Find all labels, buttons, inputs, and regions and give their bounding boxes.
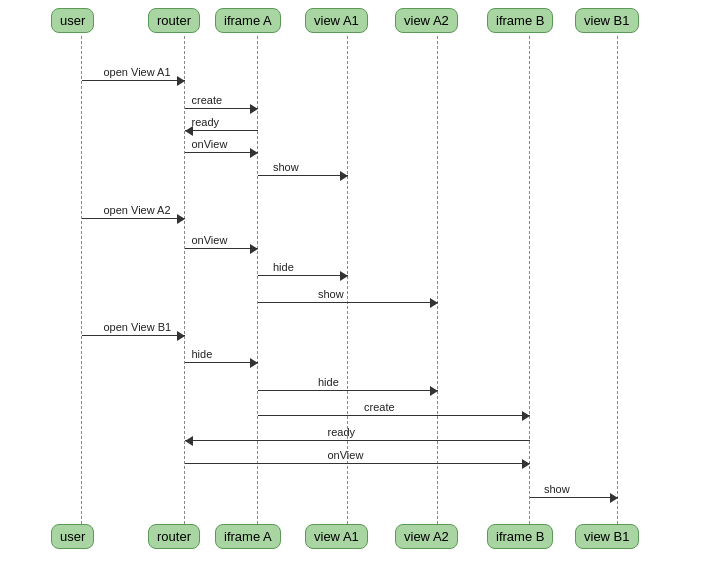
actor-top-iframeA: iframe A bbox=[215, 8, 281, 33]
message-label-11: hide bbox=[318, 376, 339, 388]
message-arrow-1 bbox=[250, 104, 258, 114]
message-label-3: onView bbox=[192, 138, 228, 150]
message-line-8 bbox=[258, 302, 438, 303]
message-label-0: open View A1 bbox=[104, 66, 171, 78]
sequence-diagram: useruserrouterrouteriframe Aiframe Aview… bbox=[0, 0, 707, 564]
message-arrow-13 bbox=[185, 436, 193, 446]
lifeline-viewA2 bbox=[437, 36, 438, 524]
message-arrow-10 bbox=[250, 358, 258, 368]
message-label-5: open View A2 bbox=[104, 204, 171, 216]
actor-top-iframeB: iframe B bbox=[487, 8, 553, 33]
message-label-6: onView bbox=[192, 234, 228, 246]
message-label-2: ready bbox=[192, 116, 220, 128]
message-label-7: hide bbox=[273, 261, 294, 273]
message-arrow-15 bbox=[610, 493, 618, 503]
message-line-4 bbox=[258, 175, 348, 176]
message-arrow-5 bbox=[177, 214, 185, 224]
message-line-13 bbox=[185, 440, 530, 441]
message-line-6 bbox=[185, 248, 258, 249]
message-line-12 bbox=[258, 415, 530, 416]
message-line-1 bbox=[185, 108, 258, 109]
actor-top-viewA2: view A2 bbox=[395, 8, 458, 33]
actor-bot-viewA1: view A1 bbox=[305, 524, 368, 549]
lifeline-user bbox=[81, 36, 82, 524]
actor-bot-router: router bbox=[148, 524, 200, 549]
message-label-8: show bbox=[318, 288, 344, 300]
lifeline-iframeB bbox=[529, 36, 530, 524]
actor-bot-iframeA: iframe A bbox=[215, 524, 281, 549]
actor-top-router: router bbox=[148, 8, 200, 33]
actor-top-viewA1: view A1 bbox=[305, 8, 368, 33]
actor-bot-iframeB: iframe B bbox=[487, 524, 553, 549]
message-line-15 bbox=[530, 497, 618, 498]
actor-top-viewB1: view B1 bbox=[575, 8, 639, 33]
message-line-5 bbox=[82, 218, 185, 219]
actor-bot-user: user bbox=[51, 524, 94, 549]
message-arrow-14 bbox=[522, 459, 530, 469]
message-line-10 bbox=[185, 362, 258, 363]
actor-bot-viewB1: view B1 bbox=[575, 524, 639, 549]
message-label-15: show bbox=[544, 483, 570, 495]
message-line-2 bbox=[185, 130, 258, 131]
message-arrow-9 bbox=[177, 331, 185, 341]
message-label-14: onView bbox=[328, 449, 364, 461]
message-label-9: open View B1 bbox=[104, 321, 172, 333]
message-label-13: ready bbox=[328, 426, 356, 438]
message-line-0 bbox=[82, 80, 185, 81]
message-line-9 bbox=[82, 335, 185, 336]
message-line-14 bbox=[185, 463, 530, 464]
message-label-4: show bbox=[273, 161, 299, 173]
message-line-11 bbox=[258, 390, 438, 391]
message-line-7 bbox=[258, 275, 348, 276]
message-arrow-6 bbox=[250, 244, 258, 254]
message-label-1: create bbox=[192, 94, 223, 106]
message-label-12: create bbox=[364, 401, 395, 413]
message-arrow-4 bbox=[340, 171, 348, 181]
message-arrow-12 bbox=[522, 411, 530, 421]
message-line-3 bbox=[185, 152, 258, 153]
lifeline-viewB1 bbox=[617, 36, 618, 524]
message-arrow-3 bbox=[250, 148, 258, 158]
message-arrow-11 bbox=[430, 386, 438, 396]
message-arrow-0 bbox=[177, 76, 185, 86]
message-arrow-7 bbox=[340, 271, 348, 281]
message-label-10: hide bbox=[192, 348, 213, 360]
message-arrow-8 bbox=[430, 298, 438, 308]
actor-bot-viewA2: view A2 bbox=[395, 524, 458, 549]
lifeline-router bbox=[184, 36, 185, 524]
actor-top-user: user bbox=[51, 8, 94, 33]
